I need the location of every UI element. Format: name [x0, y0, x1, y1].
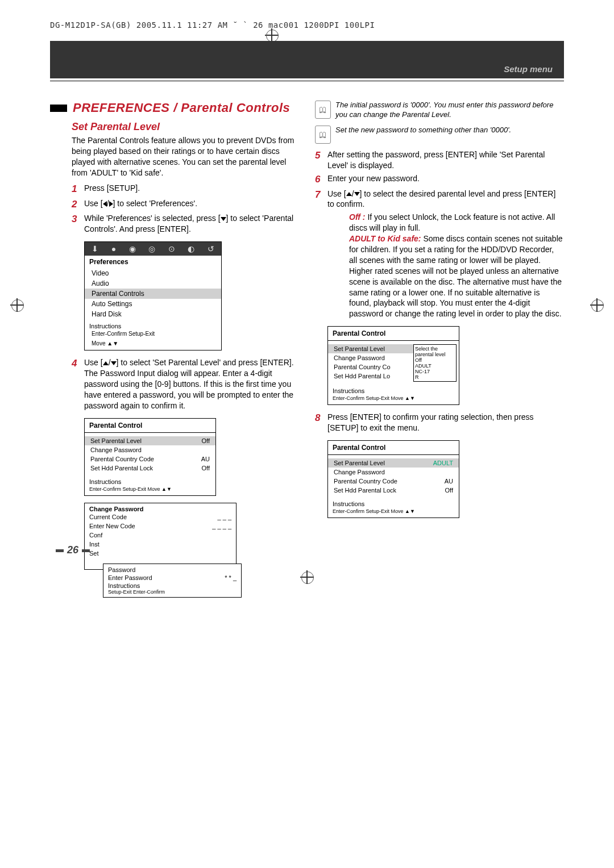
panel-instructions: Instructions: [328, 498, 459, 508]
step-number: 3: [72, 213, 84, 235]
code-row: Inst: [89, 540, 231, 549]
option-row: Set Parental LevelADULT: [328, 458, 459, 468]
icon: ↺: [208, 244, 214, 253]
option-row: Parental Country CodeAU: [85, 454, 215, 464]
popup-title: Password: [108, 566, 237, 573]
registration-mark: [590, 298, 604, 312]
parental-control-panel: Parental Control Set Parental Level Chan…: [327, 326, 459, 405]
note-icon: 🕮: [315, 126, 331, 144]
panel-instructions: Instructions: [85, 476, 215, 486]
down-arrow-icon: [221, 217, 226, 221]
step-text: Use [/] to select the desired parental l…: [327, 189, 564, 210]
option-row: Set Hdd Parental Lo: [328, 372, 413, 381]
step-number: 1: [72, 183, 84, 196]
parental-control-panel: Parental Control Set Parental LevelOff C…: [84, 418, 216, 496]
icon: ◎: [148, 244, 155, 253]
rec-icon: ⬇: [92, 244, 98, 253]
osd-item: Video: [85, 268, 221, 278]
page-heading: PREFERENCES / Parental Controls: [73, 101, 290, 115]
password-popup: Password Enter Password* * _ Instruction…: [103, 564, 242, 598]
down-arrow-icon: [111, 361, 117, 365]
note-text: The initial password is '0000'. You must…: [335, 101, 564, 120]
osd-instructions: Instructions: [85, 319, 221, 331]
right-arrow-icon: [109, 201, 113, 207]
definition-text: Off : If you select Unlock, the Lock fea…: [349, 212, 564, 233]
section-label: Setup menu: [504, 64, 553, 74]
dropdown-option: NC-17: [415, 369, 455, 374]
down-arrow-icon: [354, 192, 360, 196]
dropdown-option: R: [415, 374, 455, 380]
step-text: Enter your new password.: [327, 173, 420, 186]
registration-mark: [300, 570, 314, 584]
step-text: Use [/] to select 'Preferences'.: [84, 198, 197, 211]
term-label: ADULT to Kid safe:: [349, 234, 423, 243]
osd-item-selected: Parental Controls: [85, 289, 221, 299]
osd-hint: Move ▲▼: [85, 340, 221, 350]
option-row: Set Hdd Parental LockOff: [328, 486, 459, 495]
osd-icon-bar: ⬇●◉◎⊙◐↺: [85, 242, 221, 256]
step-number: 7: [315, 189, 327, 210]
osd-hint: Enter-Confirm Setup-Exit: [85, 331, 221, 340]
osd-title: Preferences: [85, 256, 221, 268]
step-text: While 'Preferences' is selected, press […: [84, 213, 299, 235]
right-column: 🕮The initial password is '0000'. You mus…: [315, 101, 564, 570]
icon: ◐: [188, 244, 194, 253]
osd-item: Audio: [85, 278, 221, 289]
note-block: 🕮The initial password is '0000'. You mus…: [315, 101, 564, 120]
header-band: Setup menu: [50, 41, 564, 78]
sub-heading: Set Parental Level: [72, 121, 299, 133]
option-row: Set Parental LevelOff: [85, 436, 215, 445]
code-row: Conf: [89, 531, 231, 540]
up-arrow-icon: [103, 361, 109, 365]
option-row: Parental Country Co: [328, 362, 413, 372]
step-text: Press [SETUP].: [84, 183, 140, 196]
panel-title: Parental Control: [328, 441, 459, 455]
osd-preferences-panel: ⬇●◉◎⊙◐↺ Preferences Video Audio Parental…: [84, 241, 222, 350]
popup-instructions: Instructions: [108, 582, 237, 589]
left-column: PREFERENCES / Parental Controls Set Pare…: [50, 101, 299, 570]
dropdown-popup: Select theparental level Off ADULT NC-17…: [413, 344, 457, 382]
step-text: Press [ENTER] to confirm your rating sel…: [327, 412, 564, 433]
registration-mark: [10, 298, 24, 312]
step-number: 8: [315, 412, 327, 433]
option-row: Change Password: [328, 468, 459, 477]
change-password-panel: Change Password Current Code_ _ _ Enter …: [84, 503, 237, 570]
term-label: Off :: [349, 212, 367, 222]
step-number: 6: [315, 173, 327, 186]
option-row: Change Password: [328, 353, 413, 362]
print-header: DG-M12D1P-SA(GB) 2005.11.1 11:27 AM ˘ ` …: [50, 20, 375, 30]
popup-hint: Setup-Exit Enter-Confirm: [108, 589, 237, 595]
icon: ◉: [129, 244, 136, 253]
note-icon: 🕮: [315, 101, 331, 119]
note-text: Set the new password to something other …: [335, 126, 511, 144]
option-row: Set Parental Level: [328, 344, 413, 353]
step-text: After setting the password, press [ENTER…: [327, 149, 564, 171]
panel-title: Parental Control: [85, 419, 215, 433]
up-arrow-icon: [346, 192, 352, 196]
left-arrow-icon: [103, 201, 107, 207]
page-number: 26: [56, 544, 90, 556]
step-text: Use [/] to select 'Set Parental Level' a…: [84, 357, 299, 411]
icon: ⊙: [168, 244, 175, 253]
panel-hint: Enter-Confirm Setup-Exit Move ▲▼: [328, 508, 459, 518]
step-number: 2: [72, 198, 84, 211]
osd-item: Hard Disk: [85, 309, 221, 319]
panel-instructions: Instructions: [328, 385, 459, 395]
osd-item: Auto Settings: [85, 299, 221, 309]
code-row: Enter New Code_ _ _ _: [89, 521, 231, 531]
document-page: DG-M12D1P-SA(GB) 2005.11.1 11:27 AM ˘ ` …: [0, 0, 614, 868]
step-number: 4: [72, 357, 84, 411]
option-row: Parental Country CodeAU: [328, 477, 459, 486]
option-row: Change Password: [85, 445, 215, 454]
code-row: Set: [89, 549, 231, 558]
panel-hint: Enter-Confirm Setup-Exit Move ▲▼: [328, 395, 459, 404]
parental-control-panel: Parental Control Set Parental LevelADULT…: [327, 440, 459, 518]
option-row: Set Hdd Parental LockOff: [85, 464, 215, 473]
panel-title: Change Password: [89, 506, 231, 512]
heading-marker: [50, 105, 67, 112]
note-block: 🕮Set the new password to something other…: [315, 126, 564, 144]
code-row: Current Code_ _ _: [89, 512, 231, 521]
icon: ●: [111, 244, 116, 253]
step-number: 5: [315, 149, 327, 171]
definition-text: ADULT to Kid safe: Some discs contain sc…: [349, 233, 564, 319]
